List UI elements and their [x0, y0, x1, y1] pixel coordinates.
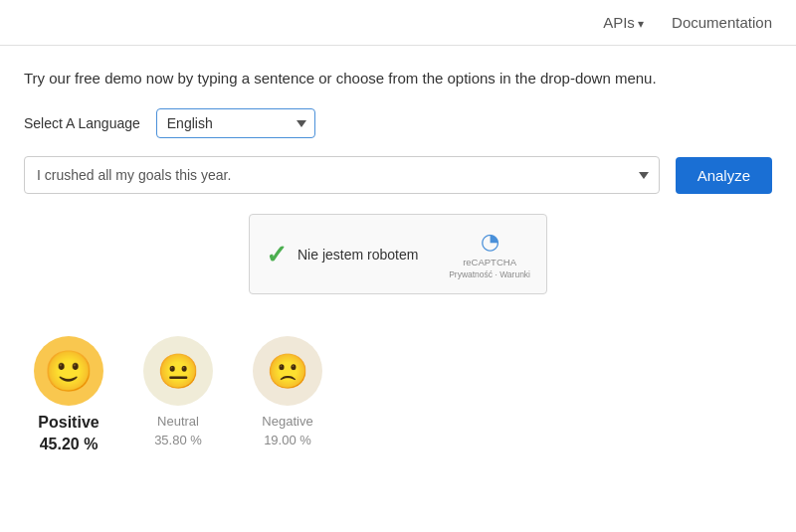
recaptcha-logo-icon: ◔ — [481, 229, 499, 255]
nav: APIs Documentation — [579, 14, 772, 31]
sentence-select[interactable]: I crushed all my goals this year. This i… — [24, 156, 660, 194]
sentiment-neutral: 😐 Neutral 35.80 % — [143, 336, 213, 447]
analyze-button[interactable]: Analyze — [676, 157, 772, 194]
nav-apis[interactable]: APIs — [603, 14, 644, 31]
recaptcha-box[interactable]: ✓ Nie jestem robotem ◔ reCAPTCHA Prywatn… — [249, 214, 547, 294]
sentiment-positive: 🙂 Positive 45.20 % — [34, 336, 103, 453]
sentence-row: I crushed all my goals this year. This i… — [24, 156, 772, 194]
negative-percentage: 19.00 % — [264, 433, 311, 447]
neutral-emoji: 😐 — [157, 351, 199, 391]
language-label: Select A Language — [24, 115, 140, 131]
emoji-negative: 🙁 — [253, 336, 322, 406]
positive-emoji: 🙂 — [44, 348, 94, 395]
recaptcha-checkmark: ✓ — [266, 242, 288, 267]
main-content: Try our free demo now by typing a senten… — [0, 46, 796, 477]
sentiment-negative: 🙁 Negative 19.00 % — [253, 336, 322, 447]
recaptcha-links: Prywatność · Warunki — [449, 269, 530, 279]
positive-percentage: 45.20 % — [40, 436, 99, 453]
emoji-neutral: 😐 — [143, 336, 213, 406]
neutral-percentage: 35.80 % — [154, 433, 202, 447]
recaptcha-brand: reCAPTCHA — [463, 257, 516, 267]
recaptcha-right: ◔ reCAPTCHA Prywatność · Warunki — [449, 229, 530, 279]
results-row: 🙂 Positive 45.20 % 😐 Neutral 35.80 % 🙁 N… — [24, 326, 772, 453]
language-select[interactable]: English Spanish French German Italian — [156, 108, 315, 138]
positive-label: Positive — [38, 414, 99, 432]
negative-label: Negative — [262, 414, 312, 429]
neutral-label: Neutral — [157, 414, 199, 429]
language-row: Select A Language English Spanish French… — [24, 108, 772, 138]
header: APIs Documentation — [0, 0, 796, 46]
recaptcha-container: ✓ Nie jestem robotem ◔ reCAPTCHA Prywatn… — [24, 214, 772, 294]
nav-documentation[interactable]: Documentation — [672, 14, 772, 31]
negative-emoji: 🙁 — [267, 351, 308, 391]
recaptcha-text: Nie jestem robotem — [298, 247, 439, 263]
emoji-positive: 🙂 — [34, 336, 103, 406]
description-text: Try our free demo now by typing a senten… — [24, 70, 772, 87]
